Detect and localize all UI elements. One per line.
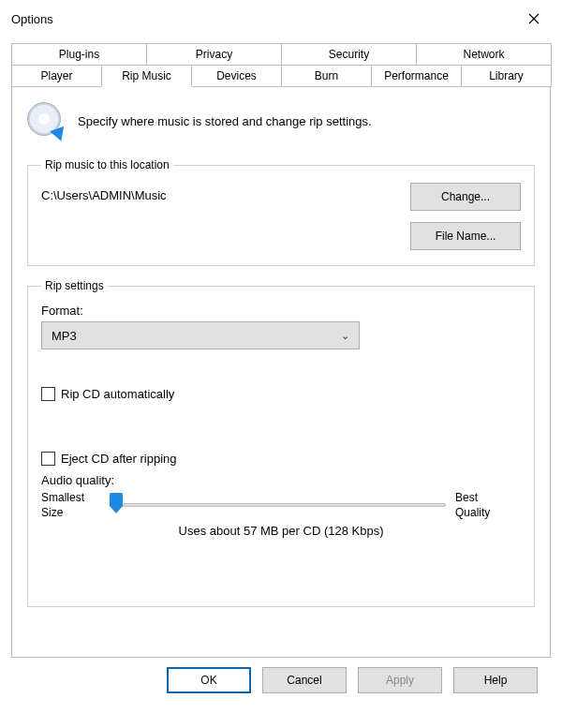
change-location-button[interactable]: Change... xyxy=(410,183,521,211)
eject-cd-label: Eject CD after ripping xyxy=(61,452,177,466)
slider-max-label: Best Quality xyxy=(455,491,521,520)
tab-burn[interactable]: Burn xyxy=(281,65,372,87)
disc-rip-icon xyxy=(27,102,65,140)
tab-library[interactable]: Library xyxy=(461,65,552,87)
tab-container: Plug-ins Privacy Security Network Player… xyxy=(11,43,551,658)
client-area: Plug-ins Privacy Security Network Player… xyxy=(0,36,562,728)
close-icon xyxy=(528,13,540,24)
file-name-button[interactable]: File Name... xyxy=(410,222,521,250)
close-button[interactable] xyxy=(515,6,553,32)
tab-performance[interactable]: Performance xyxy=(371,65,462,87)
tab-devices[interactable]: Devices xyxy=(191,65,282,87)
eject-cd-row[interactable]: Eject CD after ripping xyxy=(41,452,521,466)
window-title: Options xyxy=(9,12,53,26)
format-label: Format: xyxy=(41,304,521,318)
format-value: MP3 xyxy=(52,329,77,343)
tab-rip-music[interactable]: Rip Music xyxy=(101,65,192,87)
slider-thumb[interactable] xyxy=(110,493,123,513)
ok-button[interactable]: OK xyxy=(167,667,251,693)
tab-player[interactable]: Player xyxy=(11,65,102,87)
format-select[interactable]: MP3 ⌄ xyxy=(41,321,360,349)
rip-location-legend: Rip music to this location xyxy=(41,158,173,171)
eject-cd-checkbox[interactable] xyxy=(41,452,55,466)
rip-settings-legend: Rip settings xyxy=(41,279,108,292)
rip-location-group: Rip music to this location C:\Users\ADMI… xyxy=(27,158,535,266)
audio-quality-slider-row: Smallest Size Best Quality xyxy=(41,491,521,520)
slider-track xyxy=(116,503,446,507)
tab-privacy[interactable]: Privacy xyxy=(146,43,282,65)
tab-security[interactable]: Security xyxy=(281,43,417,65)
audio-quality-readout: Uses about 57 MB per CD (128 Kbps) xyxy=(41,524,521,538)
rip-auto-checkbox[interactable] xyxy=(41,387,55,401)
chevron-down-icon: ⌄ xyxy=(341,330,349,342)
titlebar: Options xyxy=(0,0,562,36)
help-button[interactable]: Help xyxy=(453,667,538,693)
dialog-footer: OK Cancel Apply Help xyxy=(11,658,551,708)
slider-min-label: Smallest Size xyxy=(41,491,107,520)
rip-auto-row[interactable]: Rip CD automatically xyxy=(41,387,521,401)
tab-content: Specify where music is stored and change… xyxy=(11,86,551,658)
cancel-button[interactable]: Cancel xyxy=(262,667,347,693)
tab-row-bottom: Player Rip Music Devices Burn Performanc… xyxy=(11,65,551,87)
tab-plug-ins[interactable]: Plug-ins xyxy=(11,43,147,65)
options-dialog: Options Plug-ins Privacy Security Networ… xyxy=(0,0,562,728)
audio-quality-slider[interactable] xyxy=(116,491,446,519)
audio-quality-label: Audio quality: xyxy=(41,473,521,487)
apply-button[interactable]: Apply xyxy=(358,667,442,693)
rip-location-path: C:\Users\ADMIN\Music xyxy=(41,183,167,202)
rip-settings-group: Rip settings Format: MP3 ⌄ Rip CD automa… xyxy=(27,279,535,607)
description-text: Specify where music is stored and change… xyxy=(78,114,372,128)
tab-network[interactable]: Network xyxy=(416,43,552,65)
description-row: Specify where music is stored and change… xyxy=(27,100,535,153)
rip-auto-label: Rip CD automatically xyxy=(61,387,174,401)
tab-row-top: Plug-ins Privacy Security Network xyxy=(11,43,551,65)
